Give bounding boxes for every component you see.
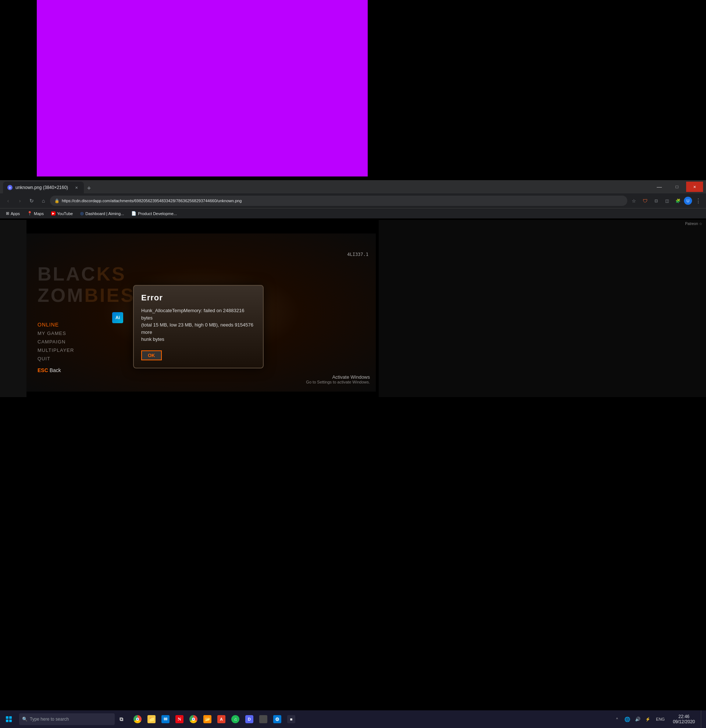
menu-item-quit[interactable]: QUIT: [38, 356, 74, 361]
settings-icon: ⚙: [273, 715, 281, 723]
task-view-button[interactable]: ⧉: [115, 710, 128, 728]
browser-left-panel: [0, 220, 26, 397]
taskbar: 🔍 Type here to search ⧉ 📁 ✉ N: [0, 710, 706, 728]
taskbar-mail[interactable]: ✉: [159, 710, 172, 728]
taskbar-search[interactable]: 🔍 Type here to search: [19, 713, 115, 725]
bookmark-youtube[interactable]: ▶ YouTube: [48, 211, 76, 217]
chrome2-icon: [189, 715, 198, 723]
taskbar-app-icons: 📁 ✉ N 📂 A ♫ D: [131, 710, 298, 728]
dashboard-icon: ◎: [80, 211, 84, 216]
taskbar-icon2-box: ■: [287, 715, 295, 723]
esc-back-text: ESC Back: [38, 367, 61, 373]
esc-key: ESC: [38, 367, 48, 373]
youtube-icon: ▶: [51, 211, 56, 215]
bookmark-dashboard[interactable]: ◎ Dashboard | Aiming...: [77, 210, 127, 217]
menu-item-multiplayer[interactable]: MULTIPLAYER: [38, 347, 74, 353]
puzzle-button[interactable]: 🧩: [673, 196, 683, 206]
nav-icons-right: ☆ 🛡 ⊡ ◫ 🧩 U ⋮: [629, 196, 703, 206]
power-icon[interactable]: ⚡: [644, 710, 652, 728]
youtube-label: YouTube: [57, 211, 73, 216]
brave-shield[interactable]: 🛡: [640, 196, 650, 206]
taskbar-icon2[interactable]: ■: [284, 710, 298, 728]
tray-icons: ^ 🌐 🔊 ⚡: [613, 710, 652, 728]
new-tab-button[interactable]: +: [84, 183, 94, 194]
netflix-icon: N: [175, 715, 183, 723]
svg-text:D: D: [9, 186, 11, 189]
apps-label: Apps: [11, 211, 20, 216]
star-button[interactable]: ☆: [629, 196, 639, 206]
bookmarks-bar: ⊞ Apps 📍 Maps ▶ YouTube ◎ Dashboard | Ai…: [0, 208, 706, 218]
chrome-icon: [133, 715, 141, 723]
taskbar-netflix[interactable]: N: [173, 710, 186, 728]
language-label: ENG: [656, 717, 665, 721]
task-view-icon: ⧉: [117, 715, 126, 723]
ai-icon: Ai: [112, 312, 123, 323]
search-placeholder-text: Type here to search: [30, 716, 69, 722]
files-icon: 📂: [204, 715, 211, 723]
bookmark-product[interactable]: 📄 Product Developme...: [128, 210, 180, 217]
tab-close-button[interactable]: ✕: [74, 185, 79, 191]
clock-time: 22:46: [679, 714, 689, 719]
back-button[interactable]: ‹: [3, 196, 13, 206]
error-message: Hunk_AllocateTempMemory: failed on 24883…: [141, 307, 256, 343]
home-button[interactable]: ⌂: [38, 196, 49, 206]
taskbar-chrome2[interactable]: [187, 710, 200, 728]
activate-title: Activate Windows: [306, 374, 370, 380]
version-text: 4LI337.1: [347, 252, 368, 257]
clock[interactable]: 22:46 09/12/2020: [668, 710, 699, 728]
patreon-text: Patreon ☆: [685, 222, 702, 226]
menu-item-campaign[interactable]: CAMPAIGN: [38, 339, 74, 345]
menu-item-online[interactable]: ONLINE: [38, 322, 74, 328]
volume-icon[interactable]: 🔊: [633, 710, 642, 728]
forward-button[interactable]: ›: [15, 196, 25, 206]
bookmark-maps[interactable]: 📍 Maps: [24, 210, 47, 217]
browser-right-panel: Patreon ☆: [379, 220, 706, 397]
tab-favicon: D: [7, 185, 13, 190]
product-icon: 📄: [131, 211, 136, 216]
menu-button[interactable]: ⋮: [693, 196, 703, 206]
active-tab[interactable]: D unknown.png (3840×2160) ✕: [3, 182, 84, 194]
window-controls: — □ ✕: [651, 182, 706, 194]
network-icon[interactable]: 🌐: [623, 710, 632, 728]
bookmark-apps[interactable]: ⊞ Apps: [3, 210, 23, 217]
screen-capture[interactable]: ◫: [662, 196, 672, 206]
language-button[interactable]: ENG: [654, 717, 667, 721]
game-content: 4LI337.1 BLACKS ZOMBIES ONLINE MY GAMES …: [26, 234, 376, 391]
discord-icon: D: [245, 715, 253, 723]
tab-bar: D unknown.png (3840×2160) ✕ + — □ ✕: [0, 180, 706, 194]
taskbar-spotify[interactable]: ♫: [229, 710, 242, 728]
purple-image-area: [37, 0, 368, 176]
maximize-button[interactable]: □: [668, 182, 686, 192]
apps-icon: ⊞: [6, 211, 9, 216]
black-right-top: [368, 0, 706, 180]
mail-icon: ✉: [162, 715, 169, 723]
taskbar-icon1[interactable]: [257, 710, 270, 728]
minimize-button[interactable]: —: [651, 182, 668, 192]
profile-button[interactable]: U: [684, 197, 692, 205]
error-dialog: Error Hunk_AllocateTempMemory: failed on…: [133, 285, 264, 368]
ai-taskbar-icon[interactable]: Ai: [109, 309, 127, 326]
close-button[interactable]: ✕: [686, 182, 703, 192]
error-ok-button[interactable]: OK: [141, 350, 162, 360]
taskbar-explorer[interactable]: 📁: [145, 710, 158, 728]
cast-button[interactable]: ⊡: [651, 196, 661, 206]
taskbar-chrome[interactable]: [131, 710, 144, 728]
address-bar[interactable]: 🔒 https://cdn.discordapp.com/attachments…: [50, 196, 627, 206]
clock-date: 09/12/2020: [673, 719, 695, 724]
browser-window: D unknown.png (3840×2160) ✕ + — □ ✕ ‹ › …: [0, 180, 706, 397]
amd-icon: A: [217, 715, 225, 723]
taskbar-amd[interactable]: A: [215, 710, 228, 728]
tray-expand-button[interactable]: ^: [613, 710, 621, 728]
activate-subtitle: Go to Settings to activate Windows.: [306, 380, 370, 384]
taskbar-settings[interactable]: ⚙: [271, 710, 284, 728]
tab-title: unknown.png (3840×2160): [16, 185, 68, 190]
taskbar-discord[interactable]: D: [243, 710, 256, 728]
taskbar-files[interactable]: 📂: [201, 710, 214, 728]
lock-icon: 🔒: [55, 199, 59, 203]
search-icon: 🔍: [22, 716, 27, 722]
reload-button[interactable]: ↻: [26, 196, 37, 206]
show-desktop-button[interactable]: [701, 710, 703, 728]
start-button[interactable]: [0, 710, 18, 728]
menu-item-mygames[interactable]: MY GAMES: [38, 331, 74, 336]
black-left-top: [0, 0, 37, 180]
